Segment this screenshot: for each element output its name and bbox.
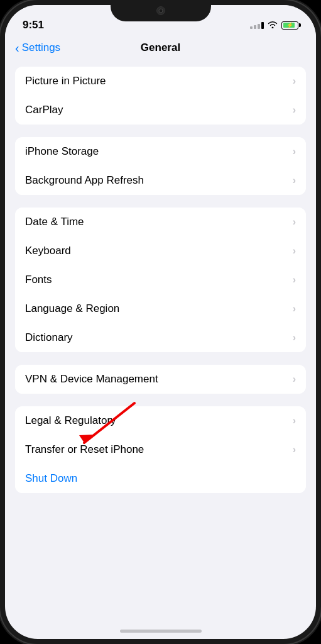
cell-group-4: VPN & Device Management ›	[15, 365, 306, 394]
section-5: Legal & Regulatory › Transfer or Reset i…	[15, 406, 306, 493]
status-icons: ⚡	[250, 21, 298, 30]
background-app-refresh-chevron: ›	[293, 175, 296, 186]
fonts-label: Fonts	[25, 274, 52, 286]
date-time-label: Date & Time	[25, 216, 84, 228]
cell-transfer-reset[interactable]: Transfer or Reset iPhone ›	[15, 435, 306, 464]
shut-down-label: Shut Down	[25, 472, 77, 485]
cell-carplay[interactable]: CarPlay ›	[15, 96, 306, 125]
cell-group-3: Date & Time › Keyboard › Fonts › Languag…	[15, 208, 306, 352]
cell-date-time[interactable]: Date & Time ›	[15, 208, 306, 236]
dictionary-chevron: ›	[293, 332, 296, 343]
cell-shut-down[interactable]: Shut Down	[15, 464, 306, 493]
date-time-chevron: ›	[293, 216, 296, 228]
nav-bar: ‹ Settings General	[5, 36, 316, 60]
section-3: Date & Time › Keyboard › Fonts › Languag…	[15, 208, 306, 352]
signal-icon	[250, 22, 264, 29]
cell-vpn[interactable]: VPN & Device Management ›	[15, 365, 306, 394]
iphone-storage-label: iPhone Storage	[25, 145, 99, 158]
cell-background-app-refresh[interactable]: Background App Refresh ›	[15, 166, 306, 195]
cell-fonts[interactable]: Fonts ›	[15, 265, 306, 294]
section-4: VPN & Device Management ›	[15, 365, 306, 394]
back-button[interactable]: ‹ Settings	[15, 42, 60, 54]
carplay-label: CarPlay	[25, 104, 63, 116]
cell-group-1: Picture in Picture › CarPlay ›	[15, 67, 306, 125]
vpn-chevron: ›	[293, 374, 296, 385]
cell-iphone-storage[interactable]: iPhone Storage ›	[15, 137, 306, 166]
language-region-chevron: ›	[293, 303, 296, 314]
cell-keyboard[interactable]: Keyboard ›	[15, 236, 306, 265]
phone-frame: 9:51 ⚡	[0, 0, 321, 644]
background-app-refresh-label: Background App Refresh	[25, 174, 144, 187]
cell-picture-in-picture[interactable]: Picture in Picture ›	[15, 67, 306, 96]
camera	[156, 6, 165, 15]
section-1: Picture in Picture › CarPlay ›	[15, 67, 306, 125]
back-chevron-icon: ‹	[15, 42, 19, 54]
carplay-chevron: ›	[293, 104, 296, 116]
cell-dictionary[interactable]: Dictionary ›	[15, 323, 306, 352]
picture-in-picture-chevron: ›	[293, 75, 296, 87]
status-time: 9:51	[23, 19, 44, 31]
notch	[111, 0, 211, 21]
vpn-label: VPN & Device Management	[25, 373, 158, 386]
language-region-label: Language & Region	[25, 303, 119, 315]
content-scroll[interactable]: Picture in Picture › CarPlay › iPhone St…	[5, 60, 316, 631]
dictionary-label: Dictionary	[25, 331, 73, 344]
section-2: iPhone Storage › Background App Refresh …	[15, 137, 306, 195]
picture-in-picture-label: Picture in Picture	[25, 75, 106, 87]
transfer-reset-chevron: ›	[293, 444, 296, 455]
legal-chevron: ›	[293, 415, 296, 426]
battery-icon: ⚡	[281, 21, 298, 30]
keyboard-chevron: ›	[293, 245, 296, 257]
cell-group-2: iPhone Storage › Background App Refresh …	[15, 137, 306, 195]
legal-label: Legal & Regulatory	[25, 414, 116, 427]
screen: 9:51 ⚡	[5, 5, 316, 639]
cell-language-region[interactable]: Language & Region ›	[15, 294, 306, 323]
keyboard-label: Keyboard	[25, 245, 71, 257]
bolt-icon: ⚡	[286, 22, 293, 28]
cell-legal[interactable]: Legal & Regulatory ›	[15, 406, 306, 435]
battery-container: ⚡	[281, 21, 298, 30]
back-label: Settings	[22, 42, 60, 54]
cell-group-5: Legal & Regulatory › Transfer or Reset i…	[15, 406, 306, 493]
home-indicator	[120, 630, 202, 633]
wifi-icon	[268, 21, 278, 30]
transfer-reset-label: Transfer or Reset iPhone	[25, 443, 144, 456]
iphone-storage-chevron: ›	[293, 146, 296, 157]
fonts-chevron: ›	[293, 274, 296, 286]
nav-title: General	[141, 42, 180, 54]
